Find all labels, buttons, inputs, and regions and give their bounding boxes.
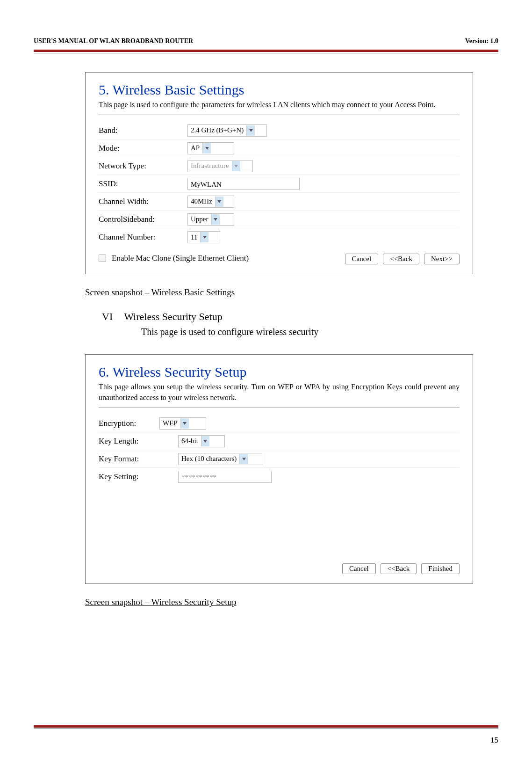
header-divider-thin [34, 53, 498, 53]
band-value: 2.4 GHz (B+G+N) [191, 126, 246, 134]
section-heading: VI Wireless Security Setup [102, 311, 473, 323]
keyfmt-row: Key Format: Hex (10 characters) [99, 450, 460, 468]
enc-select[interactable]: WEP [159, 417, 206, 430]
keyset-input[interactable]: ********** [178, 471, 272, 483]
keylen-value: 64-bit [181, 437, 201, 445]
panel2-desc: This page allows you setup the wireless … [99, 382, 460, 403]
sideband-select[interactable]: Upper [187, 213, 234, 226]
band-row: Band: 2.4 GHz (B+G+N) [99, 122, 460, 139]
back-button[interactable]: <<Back [383, 254, 419, 264]
sideband-label: ControlSideband: [99, 215, 187, 224]
chevron-down-icon [246, 125, 255, 136]
back-button[interactable]: <<Back [381, 563, 417, 574]
next-button[interactable]: Next>> [424, 254, 460, 264]
chevron-down-icon [232, 161, 240, 171]
footer-divider-thin [34, 729, 498, 729]
chevron-down-icon [202, 143, 211, 153]
mac-clone-checkbox[interactable] [99, 255, 106, 262]
page-number: 15 [34, 736, 498, 745]
keylen-row: Key Length: 64-bit [99, 432, 460, 450]
ssid-label: SSID: [99, 179, 187, 189]
keylen-label: Key Length: [99, 437, 159, 446]
finished-button[interactable]: Finished [421, 563, 460, 574]
mode-value: AP [191, 144, 202, 152]
panel1-desc: This page is used to configure the param… [99, 100, 460, 110]
chwidth-label: Channel Width: [99, 197, 187, 206]
chwidth-value: 40MHz [191, 197, 215, 205]
sideband-value: Upper [191, 215, 211, 223]
cancel-button[interactable]: Cancel [342, 563, 376, 574]
chevron-down-icon [239, 454, 248, 464]
caption-security: Screen snapshot – Wireless Security Setu… [85, 597, 473, 607]
keyset-row: Key Setting: ********** [99, 468, 460, 486]
section-roman: VI [102, 311, 113, 323]
keyfmt-value: Hex (10 characters) [181, 455, 239, 463]
cancel-button[interactable]: Cancel [345, 254, 379, 264]
header-left: USER'S MANUAL OF WLAN BROADBAND ROUTER [34, 37, 193, 45]
panel1-divider [99, 115, 460, 115]
enc-row: Encryption: WEP [99, 415, 460, 432]
mode-label: Mode: [99, 144, 187, 153]
band-label: Band: [99, 126, 187, 135]
section-title: Wireless Security Setup [124, 311, 223, 323]
ssid-row: SSID: MyWLAN [99, 175, 460, 193]
mac-clone-label: Enable Mac Clone (Single Ethernet Client… [112, 254, 249, 263]
chevron-down-icon [201, 436, 209, 446]
panel1-title: 5. Wireless Basic Settings [99, 82, 460, 98]
band-select[interactable]: 2.4 GHz (B+G+N) [187, 124, 267, 137]
enc-label: Encryption: [99, 419, 159, 428]
mac-clone-row: Enable Mac Clone (Single Ethernet Client… [99, 254, 249, 263]
keyfmt-select[interactable]: Hex (10 characters) [178, 453, 262, 465]
header-divider-thick [34, 50, 498, 52]
panel2-divider [99, 408, 460, 408]
chnum-label: Channel Number: [99, 233, 187, 242]
chevron-down-icon [180, 418, 189, 429]
ssid-input[interactable]: MyWLAN [187, 178, 300, 190]
sideband-row: ControlSideband: Upper [99, 211, 460, 228]
keyset-label: Key Setting: [99, 472, 159, 481]
chnum-row: Channel Number: 11 [99, 228, 460, 246]
chevron-down-icon [200, 232, 208, 242]
mode-row: Mode: AP [99, 139, 460, 157]
footer-divider-thick [34, 725, 498, 728]
chevron-down-icon [215, 197, 223, 207]
chwidth-row: Channel Width: 40MHz [99, 193, 460, 211]
chevron-down-icon [211, 214, 220, 225]
chnum-select[interactable]: 11 [187, 231, 220, 243]
keylen-select[interactable]: 64-bit [178, 435, 225, 447]
page-footer: 15 [34, 725, 498, 745]
mode-select[interactable]: AP [187, 142, 234, 154]
nettype-row: Network Type: Infrastructure [99, 157, 460, 175]
chnum-value: 11 [191, 233, 200, 241]
header-right: Version: 1.0 [465, 37, 498, 45]
page-header: USER'S MANUAL OF WLAN BROADBAND ROUTER V… [34, 37, 498, 45]
panel2-title: 6. Wireless Security Setup [99, 364, 460, 380]
wireless-security-panel: 6. Wireless Security Setup This page all… [85, 354, 473, 584]
wireless-basic-panel: 5. Wireless Basic Settings This page is … [85, 72, 473, 274]
enc-value: WEP [163, 419, 180, 427]
section-body: This page is used to configure wireless … [141, 327, 473, 337]
keyfmt-label: Key Format: [99, 454, 159, 464]
nettype-label: Network Type: [99, 161, 187, 171]
nettype-select: Infrastructure [187, 160, 253, 172]
caption-basic: Screen snapshot – Wireless Basic Setting… [85, 287, 473, 298]
chwidth-select[interactable]: 40MHz [187, 196, 234, 208]
nettype-value: Infrastructure [191, 162, 232, 170]
